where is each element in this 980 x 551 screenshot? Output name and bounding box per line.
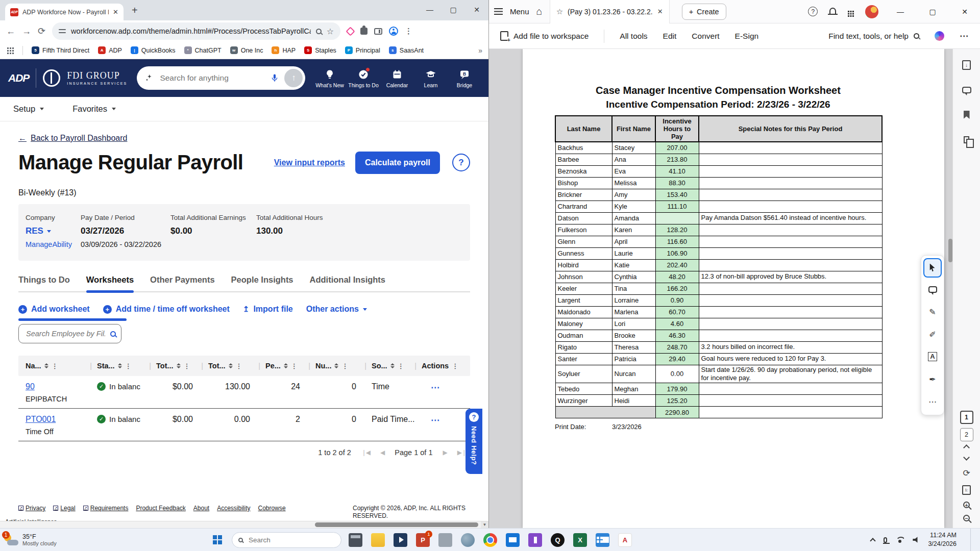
tab-close-icon[interactable]: ✕ [657, 8, 663, 15]
page-thumbnails-icon[interactable] [958, 131, 975, 148]
zoom-page-icon[interactable] [316, 29, 322, 34]
bookmarks-overflow-icon[interactable]: » [478, 46, 482, 55]
wifi-icon[interactable] [896, 537, 904, 543]
page-thumb-1[interactable]: 1 [960, 411, 973, 424]
tab-worksheets[interactable]: Worksheets [86, 275, 134, 291]
footer-link-legal[interactable]: ↗Legal [53, 505, 75, 512]
column-header-nu[interactable]: Nu...⋮| [315, 362, 372, 370]
draw-tool-icon[interactable]: ✎ [923, 301, 942, 322]
address-bar[interactable]: workforcenow.adp.com/theme/admin.html#/P… [52, 22, 340, 40]
ai-assistant-icon[interactable] [935, 31, 944, 41]
bookmark-item-principal[interactable]: PPrincipal [345, 46, 380, 54]
select-tool-icon[interactable] [923, 258, 942, 278]
tab-people-insights[interactable]: People Insights [231, 275, 293, 291]
onenote-icon[interactable] [528, 533, 542, 547]
last-page-icon[interactable]: ▶❘ [457, 449, 466, 456]
sort-icon[interactable] [334, 363, 338, 369]
create-button[interactable]: +Create [682, 4, 726, 20]
app-grid-icon[interactable] [596, 533, 609, 547]
add-text-tool-icon[interactable]: A [923, 346, 942, 367]
import-file-button[interactable]: ↥Import file [243, 305, 293, 314]
employee-search[interactable] [18, 324, 121, 343]
tab-other-payments[interactable]: Other Payments [150, 275, 215, 291]
home-icon[interactable]: ⌂ [536, 6, 543, 17]
start-button[interactable] [207, 535, 228, 544]
search-icon[interactable] [914, 33, 919, 39]
header-nav-learn[interactable]: Learn [415, 68, 447, 88]
column-menu-icon[interactable]: ⋮ [184, 362, 190, 370]
column-header-tot[interactable]: Tot...⋮| [208, 362, 265, 370]
column-header-tot[interactable]: Tot...⋮| [156, 362, 208, 370]
footer-link-privacy[interactable]: ↗Privacy [18, 505, 45, 512]
toolbar-item-e-sign[interactable]: E-Sign [735, 32, 759, 41]
row-actions-icon[interactable]: ⋯ [422, 383, 440, 392]
row-actions-icon[interactable]: ⋯ [422, 415, 440, 425]
worksheet-link[interactable]: PTO001 [26, 415, 56, 423]
url-text[interactable]: workforcenow.adp.com/theme/admin.html#/P… [71, 27, 311, 35]
help-icon[interactable]: ? [808, 7, 818, 16]
sort-icon[interactable] [177, 363, 181, 369]
horizontal-scrollbar[interactable]: ▼ [0, 521, 488, 528]
browser-menu-icon[interactable]: ⋮ [405, 27, 412, 36]
close-button[interactable]: ✕ [954, 8, 975, 16]
footer-link-product-feedback[interactable]: Product Feedback [136, 505, 185, 512]
bookmark-item-fifth-third-direct[interactable]: 5Fifth Third Direct [32, 46, 89, 54]
acrobat-icon[interactable]: A [618, 533, 632, 547]
clock[interactable]: 11:24 AM 3/24/2026 [928, 531, 957, 548]
company-select[interactable]: RES [26, 226, 81, 236]
column-header-sta[interactable]: Sta...⋮| [97, 362, 156, 370]
more-tools-icon[interactable]: ⋯ [923, 391, 942, 412]
column-menu-icon[interactable]: ⋮ [236, 362, 242, 370]
extension-pink-icon[interactable] [346, 27, 355, 36]
extensions-icon[interactable] [360, 28, 368, 35]
footer-link-cobrowse[interactable]: Cobrowse [258, 505, 286, 512]
account-avatar[interactable] [865, 5, 878, 18]
page-thumb-2[interactable]: 2 [960, 428, 973, 441]
footer-link-requirements[interactable]: ↗Requirements [83, 505, 129, 512]
taskbar-search[interactable] [232, 532, 341, 548]
powerpoint-icon[interactable]: P1 [416, 533, 430, 547]
notifications-icon[interactable] [829, 8, 836, 14]
column-menu-icon[interactable]: ⋮ [125, 362, 132, 370]
column-menu-icon[interactable]: ⋮ [291, 362, 298, 370]
hamburger-menu-icon[interactable] [494, 8, 503, 15]
header-nav-bridge[interactable]: BBridge [449, 68, 480, 88]
column-menu-icon[interactable]: ⋮ [452, 362, 458, 370]
bookmarks-icon[interactable] [958, 106, 975, 123]
task-view-icon[interactable] [349, 533, 362, 547]
browser-tab[interactable]: ADP ADP Workforce Now - Payroll D ✕ [5, 4, 124, 20]
export-pdf-icon[interactable]: ↓ [958, 56, 975, 73]
next-page-icon[interactable]: ▶ [443, 449, 447, 456]
outlook-icon[interactable] [506, 533, 520, 547]
new-tab-button[interactable]: + [132, 5, 138, 16]
sign-tool-icon[interactable]: ✒ [923, 368, 942, 390]
bookmark-item-quickbooks[interactable]: |QuickBooks [131, 46, 176, 54]
add-file-button[interactable]: Add file to workspace [500, 31, 589, 41]
page-controls-icon[interactable]: 1: [962, 485, 971, 495]
zoom-out-icon[interactable]: − [963, 515, 970, 521]
scroll-down-icon[interactable]: ▼ [481, 521, 488, 528]
search-submit-icon[interactable]: ↑ [284, 69, 303, 87]
forward-icon[interactable]: → [22, 26, 31, 37]
sort-icon[interactable] [44, 363, 48, 369]
find-bar[interactable]: Find text, tools, or help [828, 32, 919, 41]
column-menu-icon[interactable]: ⋮ [341, 362, 348, 370]
toolbar-item-edit[interactable]: Edit [663, 32, 677, 41]
taskbar-search-input[interactable] [248, 536, 324, 544]
tab-close-icon[interactable]: ✕ [113, 8, 118, 16]
sort-icon[interactable] [284, 363, 288, 369]
search-icon[interactable] [110, 331, 116, 337]
scrollbar-thumb[interactable] [315, 522, 478, 527]
close-button[interactable]: ✕ [465, 0, 488, 19]
view-input-reports-link[interactable]: View input reports [274, 158, 355, 167]
chrome-icon[interactable] [483, 533, 497, 547]
footer-link-about[interactable]: About [193, 505, 209, 512]
column-header-na[interactable]: Na...⋮| [26, 362, 97, 370]
column-header-so[interactable]: So...⋮| [372, 362, 422, 370]
help-icon[interactable]: ? [452, 154, 470, 171]
column-menu-icon[interactable]: ⋮ [398, 362, 404, 370]
need-help-button[interactable]: ? Need Help? [465, 409, 482, 474]
company-sub-link[interactable]: ManageAbility [26, 240, 81, 248]
sort-icon[interactable] [118, 363, 122, 369]
gray-app-icon[interactable] [438, 533, 452, 547]
